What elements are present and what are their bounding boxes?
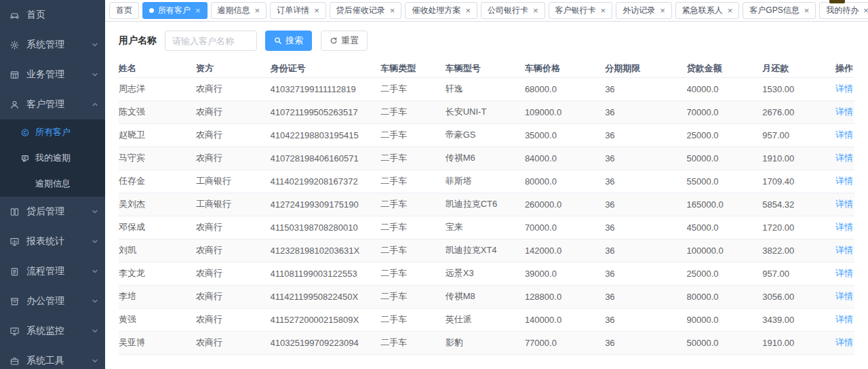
close-icon[interactable]: × <box>660 6 665 15</box>
detail-link[interactable]: 详情 <box>835 245 853 255</box>
action-cell: 详情 <box>832 308 854 331</box>
tab-label: 客户银行卡 <box>555 5 596 16</box>
chevron-down-icon <box>92 41 98 48</box>
tab[interactable]: 紧急联系人× <box>675 2 740 19</box>
sidebar-item[interactable]: 办公管理 <box>0 286 105 316</box>
close-icon[interactable]: × <box>728 6 733 15</box>
search-input[interactable] <box>165 31 257 51</box>
detail-link[interactable]: 详情 <box>835 176 853 186</box>
action-cell: 详情 <box>832 170 854 193</box>
tab[interactable]: 订单详情× <box>270 2 326 19</box>
tab[interactable]: 逾期信息× <box>211 2 267 19</box>
tab[interactable]: 外访记录× <box>616 2 672 19</box>
column-header: 姓名 <box>119 60 196 77</box>
sidebar-submenu: 所有客户我的逾期逾期信息 <box>0 119 105 197</box>
table-row: 周志洋农商行410327199111112819二手车轩逸68000.03640… <box>119 77 854 100</box>
clipboard-icon <box>9 266 20 277</box>
sidebar-subitem[interactable]: 所有客户 <box>0 119 105 145</box>
action-cell: 详情 <box>832 239 854 262</box>
table-cell: 140000.0 <box>525 308 605 331</box>
table-cell: 轩逸 <box>446 77 525 100</box>
sidebar-item[interactable]: 系统管理 <box>0 30 105 60</box>
sidebar-item[interactable]: 流程管理 <box>0 256 105 286</box>
table-cell: 41232819810203631X <box>271 239 381 262</box>
sidebar-item[interactable]: 系统工具 <box>0 346 105 369</box>
search-button[interactable]: 搜索 <box>265 31 312 51</box>
table-cell: 142000.0 <box>525 239 605 262</box>
detail-link[interactable]: 详情 <box>835 153 853 163</box>
detail-link[interactable]: 详情 <box>835 314 853 324</box>
close-icon[interactable]: × <box>533 6 538 15</box>
briefcase-icon <box>9 355 20 366</box>
tab[interactable]: 我的待办× <box>819 2 868 19</box>
close-icon[interactable]: × <box>804 6 810 15</box>
table-cell: 二手车 <box>380 285 445 308</box>
table-cell: 农商行 <box>196 308 271 331</box>
column-header: 贷款金额 <box>687 60 763 77</box>
sidebar-item[interactable]: 业务管理 <box>0 60 105 90</box>
gear-icon <box>9 39 20 50</box>
table-cell <box>271 354 381 369</box>
table-cell: 410422198803195415 <box>271 123 381 147</box>
tab[interactable]: 所有客户× <box>142 2 208 19</box>
detail-link[interactable]: 详情 <box>835 337 853 347</box>
avatar[interactable] <box>829 0 845 3</box>
table-cell: 英仕派 <box>446 308 525 331</box>
sidebar-item[interactable]: 客户管理 <box>0 90 105 119</box>
table-cell: 3822.00 <box>762 239 832 262</box>
tab[interactable]: 公司银行卡× <box>481 2 545 19</box>
close-icon[interactable]: × <box>255 6 260 15</box>
sidebar-item[interactable]: 报表统计 <box>0 227 105 256</box>
close-icon[interactable]: × <box>390 6 395 15</box>
table-cell: 赵晓卫 <box>119 123 196 147</box>
table-cell: 128800.0 <box>525 285 605 308</box>
detail-link[interactable]: 详情 <box>835 291 853 301</box>
table-cell: 100000.0 <box>687 239 763 262</box>
detail-link[interactable]: 详情 <box>835 268 853 278</box>
main-area: 首页所有客户×逾期信息×订单详情×贷后催收记录×催收处理方案×公司银行卡×客户银… <box>105 0 868 369</box>
search-form: 用户名称 搜索 重置 <box>119 31 854 51</box>
sidebar-subitem[interactable]: 我的逾期 <box>0 145 105 171</box>
chevron-down-icon <box>92 268 98 275</box>
table-row: 邓保成农商行411503198708280010二手车宝来70000.03645… <box>119 216 854 239</box>
sidebar-item[interactable]: 系统监控 <box>0 316 105 346</box>
tab[interactable]: 首页 <box>109 2 139 19</box>
sidebar-item-label: 客户管理 <box>26 98 92 111</box>
table-header-row: 姓名资方身份证号车辆类型车辆型号车辆价格分期期限贷款金额月还款操作 <box>119 60 854 77</box>
close-icon[interactable]: × <box>195 6 201 15</box>
detail-link[interactable]: 详情 <box>835 199 853 209</box>
table-cell: 马守宾 <box>119 147 196 170</box>
table-cell: 36 <box>605 77 686 100</box>
sidebar-subitem[interactable]: 逾期信息 <box>0 171 105 197</box>
table-cell: 410327199111112819 <box>271 77 381 100</box>
detail-link[interactable]: 详情 <box>835 222 853 232</box>
detail-link[interactable]: 详情 <box>835 130 853 140</box>
close-icon[interactable]: × <box>314 6 319 15</box>
action-cell: 详情 <box>832 331 854 354</box>
column-header: 操作 <box>832 60 854 77</box>
sidebar-item[interactable]: 贷后管理 <box>0 197 105 227</box>
detail-link[interactable]: 详情 <box>835 106 853 117</box>
detail-link[interactable]: 详情 <box>835 83 853 94</box>
close-icon[interactable]: × <box>601 6 606 15</box>
tab[interactable]: 贷后催收记录× <box>330 2 402 19</box>
chevron-down-icon <box>92 298 98 305</box>
close-icon[interactable]: × <box>465 6 471 15</box>
tab[interactable]: 客户银行卡× <box>549 2 613 19</box>
table-cell: 吴刘杰 <box>119 193 196 216</box>
table-cell: 农商行 <box>196 262 271 285</box>
tab[interactable]: 客户GPS信息× <box>743 2 816 19</box>
table-cell: 36 <box>605 100 686 123</box>
tab[interactable]: 催收处理方案× <box>405 2 477 19</box>
customers-table: 姓名资方身份证号车辆类型车辆型号车辆价格分期期限贷款金额月还款操作 周志洋农商行… <box>119 60 854 369</box>
column-header: 身份证号 <box>271 60 381 77</box>
table-cell <box>446 354 525 369</box>
action-cell: 详情 <box>832 285 854 308</box>
car-icon <box>9 9 20 20</box>
tab-label: 紧急联系人 <box>682 5 723 16</box>
close-icon[interactable]: × <box>863 6 868 15</box>
reset-button[interactable]: 重置 <box>321 31 368 51</box>
sidebar-item[interactable]: 首页 <box>0 0 105 30</box>
table-cell <box>762 354 832 369</box>
table-row: 吴亚博农商行410325199709223094二手车影豹77000.03650… <box>119 331 854 354</box>
